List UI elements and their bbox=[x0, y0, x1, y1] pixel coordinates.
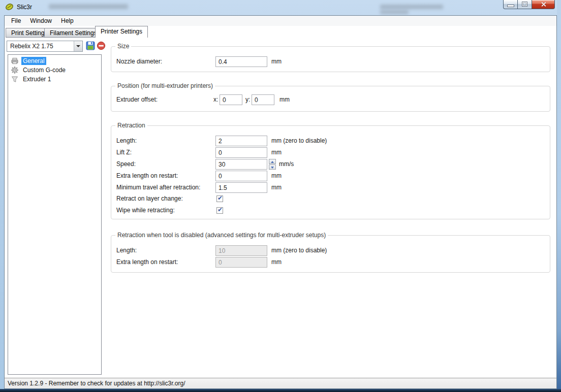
funnel-icon bbox=[11, 75, 19, 83]
group-size: Size Nozzle diameter: mm bbox=[111, 46, 550, 72]
disabled-length-input bbox=[215, 245, 267, 256]
menu-bar: File Window Help bbox=[5, 16, 556, 26]
spinner-down-button[interactable] bbox=[269, 165, 276, 170]
min-travel-unit: mm bbox=[271, 182, 282, 193]
tab-printer-settings[interactable]: Printer Settings bbox=[95, 26, 148, 38]
tree-label-extruder-1: Extruder 1 bbox=[21, 75, 52, 83]
tree-label-general: General bbox=[21, 57, 46, 65]
disabled-extra-length-label: Extra length on restart: bbox=[116, 257, 178, 268]
disabled-extra-length-input bbox=[215, 257, 267, 268]
group-position: Position (for multi-extruder printers) E… bbox=[111, 86, 550, 112]
extruder-offset-y-label: y: bbox=[245, 94, 250, 105]
tree-item-extruder-1[interactable]: Extruder 1 bbox=[8, 75, 101, 84]
menu-help[interactable]: Help bbox=[56, 16, 78, 26]
close-button[interactable] bbox=[532, 0, 555, 9]
wipe-label: Wipe while retracting: bbox=[116, 205, 175, 216]
disabled-extra-length-unit: mm bbox=[271, 257, 282, 268]
disabled-length-label: Length: bbox=[116, 245, 137, 256]
nozzle-diameter-input[interactable] bbox=[215, 56, 267, 67]
status-bar: Version 1.2.9 - Remember to check for up… bbox=[5, 378, 556, 388]
redacted-text-blur bbox=[380, 10, 409, 14]
retraction-length-label: Length: bbox=[116, 136, 137, 146]
save-preset-button[interactable] bbox=[86, 41, 95, 50]
group-retraction-title: Retraction bbox=[115, 122, 147, 129]
printer-icon bbox=[11, 57, 19, 65]
titlebar[interactable]: Slic3r bbox=[0, 0, 561, 15]
window-controls bbox=[503, 0, 555, 9]
group-retraction: Retraction Length: mm (zero to disable) … bbox=[111, 125, 550, 219]
settings-tree: General Custom G-code bbox=[8, 54, 102, 375]
min-travel-input[interactable] bbox=[215, 182, 267, 193]
retraction-length-unit: mm (zero to disable) bbox=[271, 136, 327, 146]
extruder-offset-y-input[interactable] bbox=[252, 94, 274, 105]
restore-icon bbox=[522, 2, 527, 6]
nozzle-diameter-label: Nozzle diameter: bbox=[116, 56, 162, 67]
extruder-offset-label: Extruder offset: bbox=[116, 94, 158, 105]
group-retraction-disabled-tool: Retraction when tool is disabled (advanc… bbox=[111, 235, 550, 273]
chevron-down-icon bbox=[76, 45, 80, 47]
slic3r-window: Slic3r File Window Help Print Settings F… bbox=[0, 0, 561, 392]
group-retraction-disabled-title: Retraction when tool is disabled (advanc… bbox=[115, 232, 328, 239]
group-size-title: Size bbox=[115, 43, 131, 50]
spinner-up-button[interactable] bbox=[269, 159, 276, 164]
speed-spinner bbox=[269, 159, 276, 170]
preset-combobox[interactable]: Rebelix X2 1.75 bbox=[7, 41, 83, 52]
tree-item-general[interactable]: General bbox=[8, 56, 101, 66]
extra-length-input[interactable] bbox=[215, 171, 267, 181]
spinner-up-icon bbox=[271, 161, 274, 163]
retract-layer-change-checkbox[interactable]: ✔ bbox=[216, 195, 223, 202]
menu-file[interactable]: File bbox=[7, 16, 25, 26]
gear-icon bbox=[11, 66, 19, 74]
status-text: Version 1.2.9 - Remember to check for up… bbox=[8, 380, 185, 387]
slic3r-logo-icon bbox=[5, 3, 14, 11]
redacted-text-blur bbox=[380, 5, 443, 9]
tab-filament-settings[interactable]: Filament Settings bbox=[44, 28, 103, 38]
speed-input[interactable] bbox=[215, 159, 267, 170]
extra-length-label: Extra length on restart: bbox=[116, 171, 178, 181]
menu-window[interactable]: Window bbox=[25, 16, 56, 26]
combo-dropdown-button[interactable] bbox=[74, 41, 82, 51]
tab-bar: Print Settings Filament Settings Printer… bbox=[5, 26, 556, 38]
close-icon bbox=[541, 2, 546, 7]
printer-settings-page: Rebelix X2 1.75 bbox=[5, 38, 556, 379]
wipe-checkbox[interactable]: ✔ bbox=[216, 207, 223, 214]
preset-selected-value: Rebelix X2 1.75 bbox=[10, 43, 53, 50]
min-travel-label: Minimum travel after retraction: bbox=[116, 182, 200, 193]
window-title: Slic3r bbox=[17, 4, 32, 11]
extruder-offset-unit: mm bbox=[279, 94, 290, 105]
extra-length-unit: mm bbox=[271, 171, 282, 181]
speed-unit: mm/s bbox=[279, 159, 294, 170]
extruder-offset-x-label: x: bbox=[213, 94, 218, 105]
tree-item-custom-gcode[interactable]: Custom G-code bbox=[8, 66, 101, 75]
client-area: File Window Help Print Settings Filament… bbox=[4, 15, 557, 389]
retraction-length-input[interactable] bbox=[215, 136, 267, 146]
window-frame-bottom bbox=[0, 389, 561, 392]
lift-z-input[interactable] bbox=[215, 147, 267, 158]
retract-layer-change-label: Retract on layer change: bbox=[116, 193, 183, 204]
check-icon: ✔ bbox=[217, 194, 223, 202]
minimize-button[interactable] bbox=[503, 0, 518, 9]
nozzle-diameter-unit: mm bbox=[271, 56, 282, 67]
tree-label-custom-gcode: Custom G-code bbox=[21, 66, 67, 74]
window-frame-right bbox=[557, 0, 561, 389]
restore-button[interactable] bbox=[518, 0, 532, 9]
lift-z-unit: mm bbox=[271, 147, 282, 158]
redacted-text-blur bbox=[49, 4, 128, 9]
lift-z-label: Lift Z: bbox=[116, 147, 132, 158]
delete-preset-button[interactable] bbox=[97, 41, 106, 50]
spinner-down-icon bbox=[271, 167, 274, 169]
minimize-icon bbox=[508, 5, 514, 7]
check-icon: ✔ bbox=[217, 206, 223, 213]
speed-label: Speed: bbox=[116, 159, 136, 170]
extruder-offset-x-input[interactable] bbox=[220, 94, 242, 105]
disabled-length-unit: mm (zero to disable) bbox=[271, 245, 327, 256]
group-position-title: Position (for multi-extruder printers) bbox=[115, 82, 215, 89]
